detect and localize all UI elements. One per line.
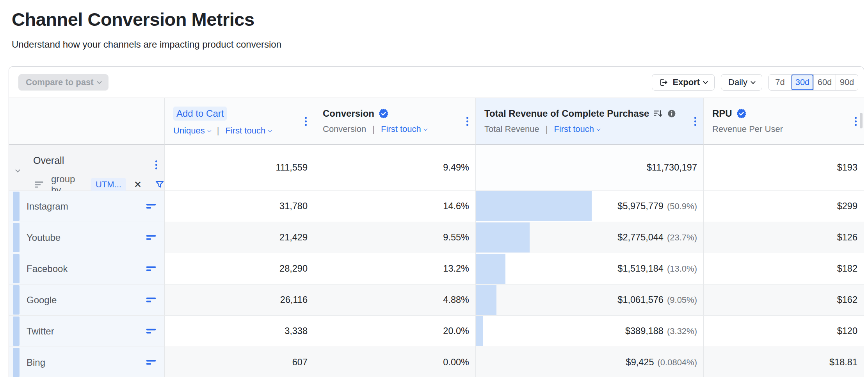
column-header-add-to-cart: Add to Cart Uniques | First touch [164, 98, 314, 145]
channel-row-label-cell[interactable]: Facebook [9, 253, 164, 285]
add-to-cart-title[interactable]: Add to Cart [173, 107, 227, 121]
range-7d-button[interactable]: 7d [769, 75, 791, 90]
channel-row-label-cell[interactable]: Twitter [9, 316, 164, 347]
conversion-value[interactable]: 4.88% [314, 285, 475, 316]
page-title: Channel Conversion Metrics [12, 9, 254, 30]
remove-group-by-icon[interactable]: ✕ [132, 179, 143, 190]
overall-row-label-cell[interactable]: Overall group by UTM... ✕ [9, 145, 164, 191]
segment-bars-icon[interactable] [146, 359, 157, 366]
add-to-cart-value[interactable]: 21,429 [164, 222, 314, 253]
rpu-value[interactable]: $18.81 [703, 347, 864, 377]
column-subtitle: Uniques | First touch [173, 126, 314, 136]
separator: | [215, 126, 222, 136]
metric-type-label: Conversion [323, 124, 366, 134]
revenue-share: (13.0%) [667, 264, 697, 274]
rpu-value[interactable]: $120 [703, 316, 864, 347]
metric-type-label: Total Revenue [484, 124, 539, 134]
segment-bars-icon[interactable] [146, 203, 157, 210]
conversion-value[interactable]: 0.00% [314, 347, 475, 377]
segment-bars-icon[interactable] [146, 296, 157, 304]
info-icon[interactable] [667, 109, 676, 118]
add-to-cart-value[interactable]: 607 [164, 347, 314, 377]
interval-dropdown[interactable]: Daily [721, 74, 762, 91]
row-color-strip [13, 192, 20, 221]
add-to-cart-value[interactable]: 26,116 [164, 285, 314, 316]
metric-type-dropdown[interactable]: Uniques [173, 126, 211, 136]
compare-to-past-button[interactable]: Compare to past [18, 74, 108, 91]
column-title: Total Revenue of Complete Purchase [484, 108, 703, 119]
revenue-value-cell[interactable]: $1,061,576 (9.05%) [475, 285, 703, 316]
overall-conversion-value[interactable]: 9.49% [314, 145, 475, 191]
revenue-bar [476, 316, 483, 346]
revenue-value-cell[interactable]: $1,519,184 (13.0%) [475, 253, 703, 285]
header-row-labels-cell [9, 98, 164, 145]
attribution-dropdown[interactable]: First touch [554, 124, 600, 134]
conversion-title: Conversion [323, 108, 374, 119]
rpu-value[interactable]: $162 [703, 285, 864, 316]
revenue-share: (0.0804%) [657, 357, 697, 368]
metrics-table: Add to Cart Uniques | First touch Conver… [9, 98, 864, 377]
overall-revenue-value[interactable]: $11,730,197 [475, 145, 703, 191]
segment-bars-icon[interactable] [146, 327, 157, 335]
channel-row-label-cell[interactable]: Instagram [9, 191, 164, 222]
segment-bars-icon[interactable] [146, 265, 157, 273]
group-by-utm-chip[interactable]: UTM... [91, 178, 126, 191]
conversion-value[interactable]: 9.55% [314, 222, 475, 253]
rpu-value[interactable]: $126 [703, 222, 864, 253]
separator: | [543, 124, 550, 134]
add-to-cart-value[interactable]: 28,290 [164, 253, 314, 285]
revenue-value-cell[interactable]: $5,975,779 (50.9%) [475, 191, 703, 222]
sort-descending-icon[interactable] [653, 108, 663, 119]
row-label: Bing [27, 357, 45, 368]
column-subtitle: Revenue Per User [712, 124, 864, 134]
conversion-value[interactable]: 20.0% [314, 316, 475, 347]
channel-conversion-dashboard: Channel Conversion Metrics Understand ho… [0, 0, 868, 377]
range-90d-button[interactable]: 90d [836, 75, 858, 90]
export-label: Export [672, 77, 700, 87]
group-by-icon [35, 180, 45, 189]
collapse-chevron-icon[interactable] [15, 167, 20, 172]
chevron-down-icon [268, 128, 272, 132]
segment-bars-icon[interactable] [146, 234, 157, 242]
add-to-cart-value[interactable]: 3,338 [164, 316, 314, 347]
panel-toolbar: Compare to past Export Dai [9, 67, 864, 98]
rpu-value[interactable]: $182 [703, 253, 864, 285]
rpu-subtitle: Revenue Per User [712, 124, 783, 134]
channel-row-label-cell[interactable]: Youtube [9, 222, 164, 253]
range-60d-button[interactable]: 60d [813, 75, 836, 90]
attribution-dropdown[interactable]: First touch [225, 126, 271, 136]
row-menu-kebab-icon[interactable] [155, 160, 157, 169]
revenue-share: (3.32%) [667, 326, 697, 336]
vertical-scrollbar[interactable] [860, 113, 863, 128]
row-label: Google [27, 295, 57, 306]
revenue-value-cell[interactable]: $389,188 (3.32%) [475, 316, 703, 347]
chevron-down-icon [423, 127, 427, 131]
column-menu-kebab-icon[interactable] [855, 117, 857, 126]
rpu-value[interactable]: $299 [703, 191, 864, 222]
overall-label: Overall [33, 155, 64, 166]
channel-row-label-cell[interactable]: Google [9, 285, 164, 316]
column-menu-kebab-icon[interactable] [305, 117, 307, 126]
conversion-value[interactable]: 14.6% [314, 191, 475, 222]
overall-rpu-value[interactable]: $193 [703, 145, 864, 191]
column-menu-kebab-icon[interactable] [694, 117, 696, 126]
channel-row-label-cell[interactable]: Bing [9, 347, 164, 377]
revenue-value-cell[interactable]: $9,425 (0.0804%) [475, 347, 703, 377]
row-color-strip [13, 223, 20, 252]
range-30d-button[interactable]: 30d [791, 75, 813, 90]
revenue-share: (9.05%) [667, 295, 697, 305]
separator: | [370, 124, 377, 134]
revenue-value-cell[interactable]: $2,775,044 (23.7%) [475, 222, 703, 253]
add-to-cart-value[interactable]: 31,780 [164, 191, 314, 222]
column-menu-kebab-icon[interactable] [466, 117, 468, 126]
rpu-title: RPU [712, 108, 732, 119]
overall-add-to-cart-value[interactable]: 111,559 [164, 145, 314, 191]
conversion-value[interactable]: 13.2% [314, 253, 475, 285]
filter-funnel-icon[interactable] [155, 180, 164, 189]
revenue-share: (50.9%) [667, 201, 697, 212]
row-color-strip [13, 348, 20, 377]
export-button[interactable]: Export [652, 74, 715, 91]
column-subtitle: Total Revenue | First touch [484, 124, 703, 134]
total-revenue-title: Total Revenue of Complete Purchase [484, 108, 649, 119]
attribution-dropdown[interactable]: First touch [381, 124, 427, 134]
